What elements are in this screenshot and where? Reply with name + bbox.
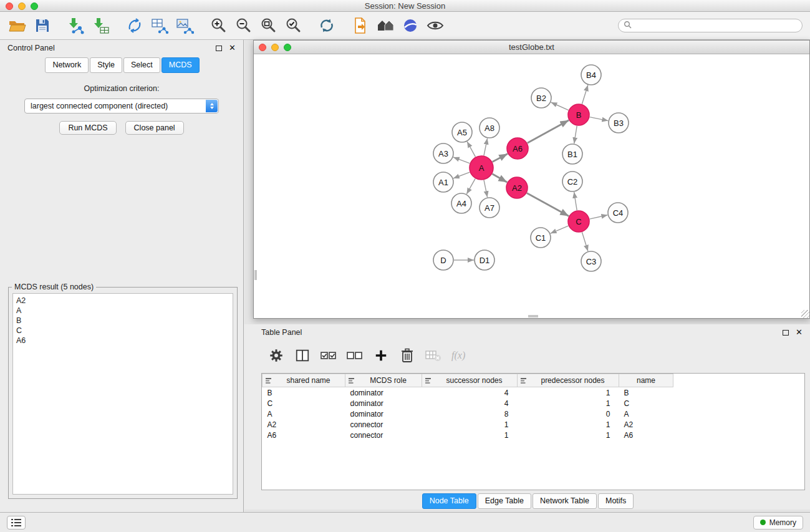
tab-node-table[interactable]: Node Table xyxy=(422,493,476,509)
cell-successor-nodes: 1 xyxy=(422,430,518,440)
column-header-name[interactable]: name xyxy=(619,374,673,387)
graph-node-A7[interactable] xyxy=(480,198,499,218)
graph-edge-B-B3[interactable] xyxy=(590,117,609,121)
graph-node-C1[interactable] xyxy=(531,228,551,248)
table-row[interactable]: A2 connector 1 1 A2 xyxy=(263,419,805,430)
graph-edge-A-A3[interactable] xyxy=(453,157,470,163)
graph-edge-A-A8[interactable] xyxy=(484,138,488,156)
network-table-icon[interactable] xyxy=(150,16,170,36)
graph-node-C4[interactable] xyxy=(608,203,628,223)
graph-edge-C-C2[interactable] xyxy=(574,192,577,210)
graph-node-B3[interactable] xyxy=(609,113,629,133)
network-graph[interactable]: B4B2BB3A8A5A6A3B1AC2A1A2A4A7C4CC1C3DD1 xyxy=(254,54,809,318)
graph-node-B[interactable] xyxy=(568,104,589,125)
graph-node-D1[interactable] xyxy=(475,250,494,270)
task-history-button[interactable] xyxy=(7,516,26,530)
graph-node-C[interactable] xyxy=(568,211,589,232)
graph-node-B1[interactable] xyxy=(562,144,582,164)
table-row[interactable]: A6 connector 1 1 A6 xyxy=(263,430,805,440)
save-session-icon[interactable] xyxy=(32,16,52,36)
show-columns-icon[interactable] xyxy=(293,346,312,365)
column-header-shared-name[interactable]: shared name xyxy=(263,374,345,387)
import-network-icon[interactable] xyxy=(66,16,86,36)
graph-node-A4[interactable] xyxy=(451,193,471,213)
graph-node-B4[interactable] xyxy=(581,65,601,85)
header-filler xyxy=(673,374,805,387)
table-row[interactable]: C dominator 4 1 C xyxy=(263,398,805,409)
graph-edge-A-A4[interactable] xyxy=(466,178,475,194)
float-panel-icon[interactable] xyxy=(216,46,222,51)
column-header-successor-nodes[interactable]: successor nodes xyxy=(422,374,518,387)
hide-details-icon[interactable] xyxy=(400,16,420,36)
graph-edge-A-A5[interactable] xyxy=(467,142,475,157)
zoom-out-icon[interactable] xyxy=(233,16,253,36)
cell-predecessor-nodes: 1 xyxy=(518,419,619,430)
network-window-titlebar[interactable]: testGlobe.txt xyxy=(254,41,809,54)
graph-edge-B-B4[interactable] xyxy=(582,85,588,104)
graph-node-C2[interactable] xyxy=(562,172,582,191)
column-header-mcds-role[interactable]: MCDS role xyxy=(345,374,422,387)
horizontal-scroll-indicator[interactable] xyxy=(528,315,538,317)
graph-node-A[interactable] xyxy=(470,156,493,180)
graph-edge-A-A1[interactable] xyxy=(453,172,470,178)
mcds-result-list[interactable]: A2 A B C A6 xyxy=(12,293,233,495)
run-mcds-button[interactable]: Run MCDS xyxy=(59,121,116,135)
graph-edge-C-C1[interactable] xyxy=(551,226,569,233)
zoom-in-icon[interactable] xyxy=(208,16,228,36)
graph-node-A5[interactable] xyxy=(452,122,472,142)
graph-node-C3[interactable] xyxy=(581,251,601,271)
column-type-icon xyxy=(348,377,355,384)
close-panel-button[interactable]: Close panel xyxy=(125,121,184,135)
graph-edge-C-C3[interactable] xyxy=(582,232,588,251)
select-all-columns-icon[interactable] xyxy=(319,346,338,365)
tab-style[interactable]: Style xyxy=(90,57,122,73)
graph-node-A8[interactable] xyxy=(480,118,499,138)
graph-node-D[interactable] xyxy=(433,250,453,270)
new-network-icon[interactable] xyxy=(125,16,145,36)
graph-edge-A-A7[interactable] xyxy=(484,180,488,198)
graph-edge-A-A6[interactable] xyxy=(493,154,508,162)
graph-node-A6[interactable] xyxy=(507,138,528,159)
close-panel-icon[interactable]: ✕ xyxy=(229,45,236,51)
window-resize-handle[interactable] xyxy=(801,310,809,318)
graph-edge-B-B2[interactable] xyxy=(551,102,569,110)
tab-motifs[interactable]: Motifs xyxy=(598,493,634,509)
export-document-icon[interactable] xyxy=(350,16,370,36)
optimization-criterion-dropdown[interactable]: largest connected component (directed) xyxy=(24,99,219,114)
graph-edge-C-C4[interactable] xyxy=(590,215,608,219)
zoom-selected-icon[interactable] xyxy=(283,16,303,36)
unselect-all-columns-icon[interactable] xyxy=(345,346,364,365)
table-row[interactable]: A dominator 8 0 A xyxy=(263,409,805,419)
memory-button[interactable]: Memory xyxy=(753,516,803,530)
table-settings-gear-icon[interactable] xyxy=(267,346,286,365)
graph-node-A1[interactable] xyxy=(433,172,453,192)
tab-network[interactable]: Network xyxy=(45,57,89,73)
graph-node-B2[interactable] xyxy=(531,88,551,108)
refresh-layout-icon[interactable] xyxy=(317,16,337,36)
delete-column-trash-icon[interactable] xyxy=(398,346,417,365)
tab-select[interactable]: Select xyxy=(123,57,160,73)
import-table-icon[interactable] xyxy=(91,16,111,36)
add-column-icon[interactable] xyxy=(372,346,390,365)
tab-network-table[interactable]: Network Table xyxy=(533,493,597,509)
search-input[interactable] xyxy=(635,21,797,30)
close-table-panel-icon[interactable]: ✕ xyxy=(796,329,803,336)
show-details-eye-icon[interactable] xyxy=(425,16,445,36)
column-header-predecessor-nodes[interactable]: predecessor nodes xyxy=(518,374,619,387)
tab-edge-table[interactable]: Edge Table xyxy=(478,493,531,509)
table-row[interactable]: B dominator 4 1 B xyxy=(263,387,805,399)
graph-edge-A6-B[interactable] xyxy=(528,120,569,143)
open-session-icon[interactable] xyxy=(7,16,27,36)
graph-edge-A2-C[interactable] xyxy=(527,193,569,216)
graph-node-A3[interactable] xyxy=(433,143,453,163)
network-canvas[interactable]: B4B2BB3A8A5A6A3B1AC2A1A2A4A7C4CC1C3DD1 xyxy=(254,54,809,318)
graph-node-A2[interactable] xyxy=(506,177,528,198)
zoom-fit-icon[interactable] xyxy=(258,16,278,36)
graph-edge-B-B1[interactable] xyxy=(574,126,577,143)
vertical-scroll-indicator[interactable] xyxy=(254,270,257,280)
tab-mcds[interactable]: MCDS xyxy=(162,57,200,73)
graph-edge-A-A2[interactable] xyxy=(492,174,507,182)
float-table-panel-icon[interactable] xyxy=(783,330,789,336)
network-image-icon[interactable] xyxy=(175,16,195,36)
network-overview-icon[interactable] xyxy=(375,16,395,36)
